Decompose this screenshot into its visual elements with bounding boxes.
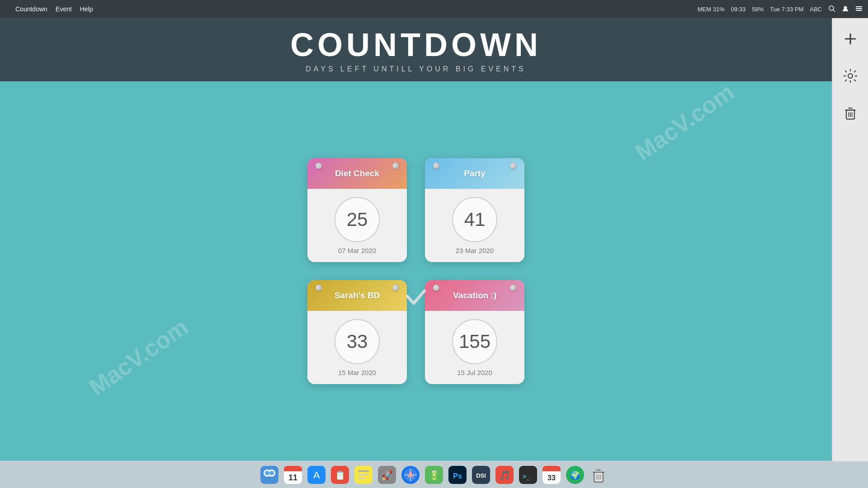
user-icon[interactable] (842, 5, 849, 14)
menubar-abc: ABC (810, 6, 822, 13)
dock-desktop[interactable]: DSI (471, 465, 491, 485)
svg-rect-5 (856, 10, 862, 11)
card-party-title: Party (464, 169, 486, 178)
dock-world[interactable]: 🌍 (565, 465, 585, 485)
svg-text:🎵: 🎵 (499, 470, 510, 481)
card-vacation-circle: 155 (452, 319, 497, 364)
svg-text:DSI: DSI (476, 472, 486, 479)
card-party-body: 41 23 Mar 2020 (425, 189, 524, 262)
svg-rect-22 (284, 469, 302, 471)
card-diet-check[interactable]: Diet Check 25 07 Mar 2020 (307, 158, 407, 262)
add-event-button[interactable] (839, 27, 862, 51)
dock-launchpad[interactable]: 🚀 (377, 465, 397, 485)
card-sarahs-bd[interactable]: Sarah's BD 33 15 Mar 2020 (307, 280, 407, 384)
dock-calendar[interactable]: 11 (283, 465, 303, 485)
svg-text:🔋: 🔋 (429, 470, 440, 481)
pin-right-icon (510, 163, 516, 169)
menubar-left: Countdown Event Help (5, 5, 93, 13)
sidebar (832, 18, 868, 461)
svg-text:🌍: 🌍 (570, 470, 580, 480)
dock-battery[interactable]: 🔋 (424, 465, 444, 485)
card-vacation-body: 155 15 Jul 2020 (425, 311, 524, 384)
svg-text:11: 11 (288, 473, 297, 482)
menubar-datetime: Tue 7:33 PM (770, 6, 803, 13)
card-sarahs-bd-circle: 33 (335, 319, 380, 364)
delete-button[interactable] (839, 101, 862, 125)
menubar-right: MEM 31% 09:33 58% Tue 7:33 PM ABC (698, 5, 863, 14)
card-sarahs-bd-number: 33 (347, 331, 368, 352)
watermark-top: MacV.com (630, 78, 739, 166)
svg-line-1 (833, 10, 835, 12)
svg-point-19 (269, 471, 274, 475)
svg-point-8 (848, 74, 853, 78)
menubar-help[interactable]: Help (80, 5, 93, 13)
svg-point-18 (265, 471, 269, 475)
menubar: Countdown Event Help MEM 31% 09:33 58% T… (0, 0, 868, 18)
card-party-circle: 41 (452, 197, 497, 242)
pin-right-icon (392, 163, 399, 169)
dock-safari[interactable] (400, 465, 421, 485)
dock-appstore[interactable]: A (306, 465, 327, 485)
dock-finder[interactable] (259, 465, 280, 485)
card-sarahs-bd-date: 15 Mar 2020 (338, 369, 376, 376)
card-party-date: 23 Mar 2020 (456, 247, 494, 254)
card-party-header: Party (425, 158, 524, 189)
card-vacation-date: 15 Jul 2020 (457, 369, 492, 376)
pin-right-icon (392, 285, 399, 291)
dock-itunes[interactable]: 🎵 (494, 465, 515, 485)
main-content: MacV.com MacV.com Diet Check 25 07 Mar 2… (0, 81, 832, 461)
app-header: COUNTDOWN DAYS LEFT UNTILL YOUR BIG EVEN… (0, 18, 832, 81)
pin-left-icon (316, 285, 322, 291)
svg-text:📋: 📋 (335, 470, 346, 481)
card-diet-check-circle: 25 (335, 197, 380, 242)
list-icon[interactable] (855, 5, 863, 14)
card-diet-check-number: 25 (347, 209, 368, 230)
card-party-number: 41 (464, 209, 486, 230)
menubar-battery: 58% (752, 6, 764, 13)
dock-trash[interactable] (588, 465, 609, 485)
svg-rect-3 (856, 6, 862, 7)
svg-text:A: A (313, 469, 320, 481)
card-sarahs-bd-title: Sarah's BD (335, 291, 380, 300)
pin-right-icon (510, 285, 516, 291)
pin-left-icon (433, 163, 439, 169)
dock-photoshop[interactable]: Ps (447, 465, 468, 485)
svg-rect-30 (358, 474, 369, 475)
card-sarahs-bd-body: 33 15 Mar 2020 (307, 311, 407, 384)
settings-button[interactable] (839, 64, 862, 88)
menubar-app-name[interactable]: Countdown (15, 5, 47, 13)
dock-countdown[interactable]: 33 (541, 465, 562, 485)
svg-text:33: 33 (547, 474, 556, 482)
card-vacation-header: Vacation :) (425, 280, 524, 311)
card-diet-check-date: 07 Mar 2020 (338, 247, 376, 254)
svg-rect-29 (358, 470, 369, 472)
svg-rect-4 (856, 8, 862, 9)
dock-notes-red[interactable]: 📋 (330, 465, 350, 485)
dock: 11 A 📋 🚀 (0, 461, 868, 488)
svg-text:🚀: 🚀 (382, 470, 393, 481)
card-diet-check-title: Diet Check (335, 169, 379, 178)
card-diet-check-body: 25 07 Mar 2020 (307, 189, 407, 262)
card-sarahs-bd-header: Sarah's BD (307, 280, 407, 311)
dock-notes[interactable] (353, 465, 374, 485)
watermark-bottom: MacV.com (84, 313, 193, 401)
svg-point-0 (829, 6, 834, 10)
card-party[interactable]: Party 41 23 Mar 2020 (425, 158, 524, 262)
menubar-time: 09:33 (731, 6, 746, 13)
card-vacation-title: Vacation :) (453, 291, 496, 300)
svg-text:>_: >_ (523, 473, 530, 480)
dock-terminal[interactable]: >_ (518, 465, 538, 485)
svg-text:Ps: Ps (453, 472, 462, 480)
menubar-mem: MEM 31% (698, 6, 725, 13)
pin-left-icon (316, 163, 322, 169)
cards-grid: Diet Check 25 07 Mar 2020 Party 41 23 Ma… (307, 158, 524, 384)
app-title: COUNTDOWN (290, 26, 542, 63)
svg-rect-31 (358, 478, 365, 479)
card-vacation[interactable]: Vacation :) 155 15 Jul 2020 (425, 280, 524, 384)
svg-rect-52 (542, 469, 561, 471)
card-diet-check-header: Diet Check (307, 158, 407, 189)
search-icon[interactable] (828, 5, 835, 14)
app-subtitle: DAYS LEFT UNTILL YOUR BIG EVENTS (306, 65, 526, 73)
menubar-event[interactable]: Event (56, 5, 72, 13)
card-vacation-number: 155 (459, 331, 491, 352)
